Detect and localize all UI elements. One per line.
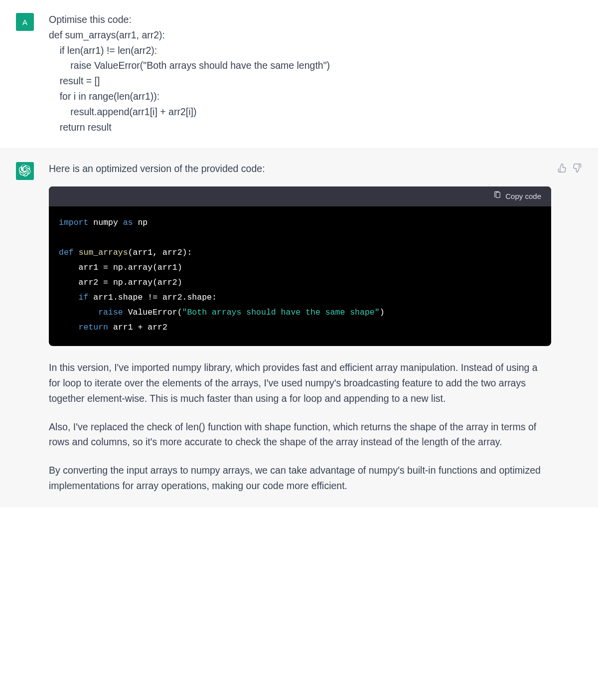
code-content[interactable]: import numpy as np def sum_arrays(arr1, … <box>49 206 551 346</box>
clipboard-icon <box>493 190 501 203</box>
user-avatar-initial: A <box>22 18 27 26</box>
assistant-paragraph: Also, I've replaced the check of len() f… <box>49 419 551 450</box>
user-code-line: result = [] <box>49 73 582 89</box>
assistant-message-content: Here is an optimized version of the prov… <box>49 161 551 494</box>
feedback-buttons <box>557 163 582 494</box>
thumbs-up-button[interactable] <box>557 163 567 494</box>
assistant-intro: Here is an optimized version of the prov… <box>49 161 551 176</box>
user-code-line: def sum_arrays(arr1, arr2): <box>49 27 582 43</box>
user-avatar: A <box>16 13 34 31</box>
assistant-paragraph: In this version, I've imported numpy lib… <box>49 360 551 406</box>
user-code-line: return result <box>49 120 582 135</box>
code-block: Copy code import numpy as np def sum_arr… <box>49 186 551 346</box>
user-message: A Optimise this code: def sum_arrays(arr… <box>0 0 598 149</box>
thumbs-up-icon <box>557 163 567 494</box>
assistant-paragraph: By converting the input arrays to numpy … <box>49 463 551 494</box>
openai-logo-icon <box>19 165 31 178</box>
copy-code-label: Copy code <box>505 190 541 202</box>
svg-rect-0 <box>496 192 500 197</box>
user-message-intro: Optimise this code: <box>49 12 582 27</box>
assistant-message: Here is an optimized version of the prov… <box>0 149 598 508</box>
copy-code-button[interactable]: Copy code <box>493 190 541 203</box>
code-block-header: Copy code <box>49 186 551 206</box>
user-code-line: for i in range(len(arr1)): <box>49 89 582 104</box>
user-code-line: if len(arr1) != len(arr2): <box>49 43 582 58</box>
thumbs-down-button[interactable] <box>572 163 582 494</box>
assistant-avatar <box>16 162 34 180</box>
thumbs-down-icon <box>572 163 582 494</box>
user-code-line: raise ValueError("Both arrays should hav… <box>49 58 582 73</box>
user-message-content: Optimise this code: def sum_arrays(arr1,… <box>49 12 582 135</box>
user-code-line: result.append(arr1[i] + arr2[i]) <box>49 104 582 120</box>
